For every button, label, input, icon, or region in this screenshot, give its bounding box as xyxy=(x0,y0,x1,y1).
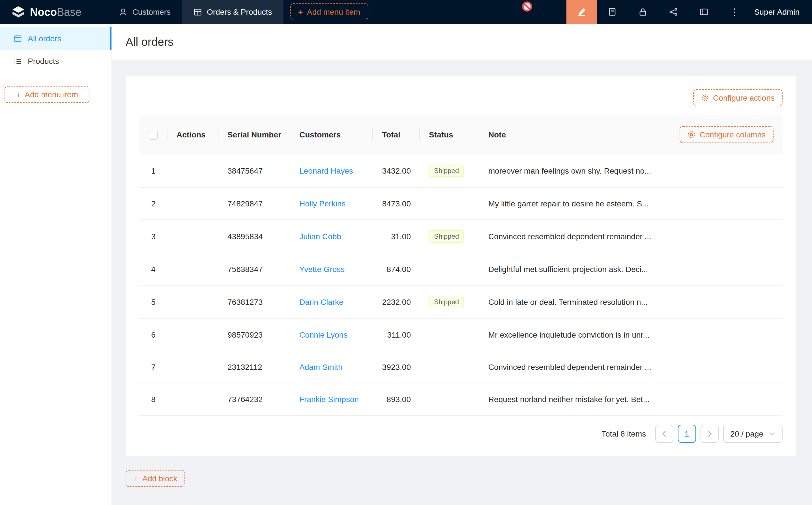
sidebar-item-label: Products xyxy=(28,56,59,65)
row-index: 3 xyxy=(139,220,167,254)
customer-link[interactable]: Yvette Gross xyxy=(299,265,345,274)
row-actions-cell xyxy=(167,286,219,319)
note-cell: Mr excellence inquietude conviction is i… xyxy=(479,319,660,351)
blocked-cursor-icon xyxy=(522,1,532,12)
select-all-checkbox[interactable] xyxy=(149,131,158,140)
nav-item-orders-products[interactable]: Orders & Products xyxy=(182,0,283,24)
customer-link[interactable]: Julian Cobb xyxy=(299,232,341,241)
row-actions-cell xyxy=(167,188,219,220)
nocobase-logo[interactable]: NocoBase xyxy=(0,0,82,24)
row-actions-cell xyxy=(167,383,219,415)
row-actions-cell xyxy=(167,154,219,188)
plus-icon: + xyxy=(16,90,21,99)
highlighter-icon xyxy=(577,7,586,16)
add-menu-item-button-navbar[interactable]: + Add menu item xyxy=(290,3,368,20)
serial-cell: 73764232 xyxy=(219,383,290,415)
page-title: All orders xyxy=(126,35,173,48)
nocobase-logo-icon xyxy=(11,5,25,19)
column-header-total: Total xyxy=(373,115,420,154)
page-header: All orders xyxy=(112,24,812,60)
chevron-right-icon xyxy=(707,431,711,437)
serial-cell: 75638347 xyxy=(219,254,290,286)
layout-icon xyxy=(699,7,708,16)
status-tag: Shipped xyxy=(429,296,464,308)
pagination: Total 8 items 1 xyxy=(139,415,783,456)
orders-icon xyxy=(14,34,22,43)
app: NocoBase Customers Orders & Products + A… xyxy=(0,0,812,505)
body-layout: All orders Products + Add menu item All … xyxy=(0,24,812,505)
nav-item-label: Orders & Products xyxy=(207,7,272,16)
customer-link[interactable]: Frankie Simpson xyxy=(299,395,359,404)
table-row: 1 38475647 Leonard Hayes 3432.00 Shipped… xyxy=(139,154,783,188)
page-content: Configure actions Actions Seria xyxy=(112,60,812,505)
pagination-prev-button[interactable] xyxy=(655,425,673,443)
user-icon xyxy=(119,8,127,16)
row-index: 7 xyxy=(139,351,167,383)
plus-icon: + xyxy=(134,474,139,483)
chevron-down-icon xyxy=(769,432,775,436)
sidebar: All orders Products + Add menu item xyxy=(0,24,112,505)
sidebar-item-all-orders[interactable]: All orders xyxy=(0,27,112,50)
add-menu-item-button-sidebar[interactable]: + Add menu item xyxy=(5,86,90,103)
sidebar-item-products[interactable]: Products xyxy=(0,50,112,72)
top-navbar: NocoBase Customers Orders & Products + A… xyxy=(0,0,812,24)
table-row: 7 23132112 Adam Smith 3923.00 Convinced … xyxy=(139,351,783,383)
more-button[interactable]: ⋮ xyxy=(719,0,750,24)
user-menu[interactable]: Super Admin xyxy=(750,0,812,24)
total-cell: 311.00 xyxy=(373,319,420,351)
status-tag: Shipped xyxy=(429,230,464,242)
note-cell: Convinced resembled dependent remainder … xyxy=(479,220,660,254)
customer-link[interactable]: Holly Perkins xyxy=(299,199,346,208)
main-area: All orders Configure actions xyxy=(112,24,812,505)
pagination-page-1[interactable]: 1 xyxy=(678,425,696,443)
table-row: 4 75638347 Yvette Gross 874.00 Delightfu… xyxy=(139,254,783,286)
page-size-select[interactable]: 20 / page xyxy=(723,425,783,443)
total-cell: 3923.00 xyxy=(373,351,420,383)
serial-cell: 43895834 xyxy=(219,220,290,254)
ui-editor-button[interactable] xyxy=(566,0,597,24)
gear-icon xyxy=(688,131,696,139)
column-header-note: Note xyxy=(479,115,660,154)
note-cell: Request norland neither mistake for yet.… xyxy=(479,383,660,415)
total-cell: 8473.00 xyxy=(373,188,420,220)
customer-link[interactable]: Leonard Hayes xyxy=(299,166,353,175)
total-cell: 893.00 xyxy=(373,383,420,415)
column-header-status: Status xyxy=(420,115,479,154)
page-size-value: 20 / page xyxy=(730,429,763,438)
note-cell: Convinced resembled dependent remainder … xyxy=(479,351,660,383)
pagination-total: Total 8 items xyxy=(601,429,646,438)
row-actions-cell xyxy=(167,319,219,351)
gear-icon xyxy=(701,94,709,102)
status-tag: Shipped xyxy=(429,165,464,177)
nav-item-customers[interactable]: Customers xyxy=(108,0,182,24)
configure-columns-button[interactable]: Configure columns xyxy=(680,126,774,143)
customer-link[interactable]: Darin Clarke xyxy=(299,298,344,307)
book-icon xyxy=(608,7,617,16)
total-cell: 2232.00 xyxy=(373,286,420,319)
column-header-serial-number: Serial Number xyxy=(219,115,290,154)
serial-cell: 23132112 xyxy=(219,351,290,383)
add-block-button[interactable]: + Add block xyxy=(126,470,185,487)
table-row: 8 73764232 Frankie Simpson 893.00 Reques… xyxy=(139,383,783,415)
row-index: 8 xyxy=(139,383,167,415)
customer-link[interactable]: Adam Smith xyxy=(299,362,343,371)
permissions-button[interactable] xyxy=(628,0,658,24)
chevron-left-icon xyxy=(662,431,666,437)
plus-icon: + xyxy=(298,8,303,16)
configure-actions-button[interactable]: Configure actions xyxy=(693,90,783,106)
customer-link[interactable]: Connie Lyons xyxy=(299,330,348,339)
row-actions-cell xyxy=(167,351,219,383)
serial-cell: 38475647 xyxy=(219,154,290,188)
pagination-next-button[interactable] xyxy=(700,425,718,443)
total-cell: 31.00 xyxy=(373,220,420,254)
docs-button[interactable] xyxy=(597,0,628,24)
row-index: 5 xyxy=(139,286,167,319)
serial-cell: 98570923 xyxy=(219,319,290,351)
row-actions-cell xyxy=(167,254,219,286)
plugins-button[interactable] xyxy=(658,0,689,24)
total-cell: 3432.00 xyxy=(373,154,420,188)
note-cell: moreover man feelings own shy. Request n… xyxy=(479,154,660,188)
api-icon xyxy=(669,7,678,16)
more-icon: ⋮ xyxy=(730,7,739,17)
layout-button[interactable] xyxy=(689,0,719,24)
